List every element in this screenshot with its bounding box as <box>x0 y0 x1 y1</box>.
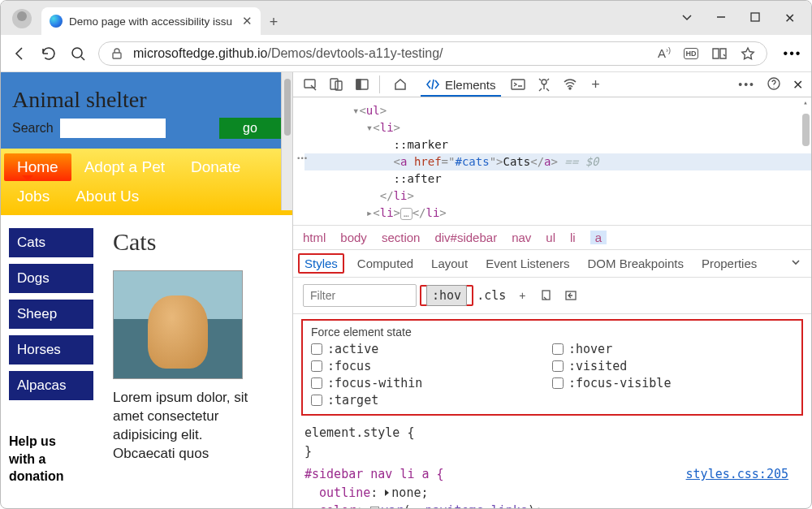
search-icon[interactable] <box>69 45 87 63</box>
sidebar-item-sheep[interactable]: Sheep <box>9 300 93 329</box>
svg-rect-4 <box>304 80 315 88</box>
article-body: Lorem ipsum dolor, sit amet consectetur … <box>113 389 251 464</box>
devtools-close-icon[interactable]: ✕ <box>793 77 803 93</box>
svg-point-11 <box>569 88 571 89</box>
nav-jobs[interactable]: Jobs <box>4 183 63 210</box>
styles-rules[interactable]: element.style { } #sidebar nav li a {sty… <box>293 421 811 509</box>
favorite-icon[interactable] <box>741 46 755 61</box>
tabs-dropdown-icon[interactable] <box>670 11 704 26</box>
state-target[interactable]: :target <box>311 393 552 408</box>
sidebar-item-cats[interactable]: Cats <box>9 228 93 257</box>
state-visited[interactable]: :visited <box>552 359 793 373</box>
reading-list-icon[interactable] <box>711 47 728 60</box>
back-icon[interactable] <box>11 45 28 63</box>
tab-properties[interactable]: Properties <box>702 257 757 270</box>
main-nav: Home Adopt a Pet Donate Jobs About Us <box>1 149 292 215</box>
cat-image <box>113 270 243 379</box>
devtools-tabbar: Elements + ••• ✕ <box>293 72 811 97</box>
donation-callout: Help uswith adonation <box>9 433 93 485</box>
chevron-down-icon[interactable] <box>790 257 801 270</box>
device-icon[interactable] <box>327 75 345 93</box>
[interactable]: + <box>514 287 530 304</box>
article-heading: Cats <box>113 228 251 256</box>
page-scrollbar[interactable] <box>281 72 292 210</box>
window-close[interactable]: ✕ <box>772 11 806 26</box>
nav-home[interactable]: Home <box>4 153 71 181</box>
sidebar-item-horses[interactable]: Horses <box>9 335 93 364</box>
go-button[interactable]: go <box>219 118 281 139</box>
reader-icon[interactable]: A›) <box>658 46 671 60</box>
svg-rect-1 <box>751 13 759 21</box>
styles-filter-input[interactable] <box>303 284 417 307</box>
new-tab-button[interactable]: + <box>261 9 287 35</box>
force-state-panel: Force element state :active :hover :focu… <box>301 319 803 416</box>
menu-icon[interactable]: ••• <box>784 45 801 63</box>
close-tab-icon[interactable]: ✕ <box>242 14 253 28</box>
sidebar-item-dogs[interactable]: Dogs <box>9 264 93 293</box>
tab-network[interactable] <box>561 75 579 93</box>
svg-rect-3 <box>113 53 121 58</box>
search-input[interactable] <box>60 119 166 138</box>
profile-avatar[interactable] <box>12 9 32 28</box>
toolbar: microsoftedge.github.io/Demos/devtools-a… <box>1 35 811 72</box>
svg-rect-5 <box>330 79 338 89</box>
tab-title: Demo page with accessibility issu <box>69 15 232 28</box>
hd-icon[interactable]: HD <box>684 48 698 59</box>
state-focus[interactable]: :focus <box>311 359 552 373</box>
nav-about[interactable]: About Us <box>63 183 152 210</box>
lock-icon <box>110 47 123 60</box>
tab-event-listeners[interactable]: Event Listeners <box>486 257 569 270</box>
tab-sources[interactable] <box>535 75 553 93</box>
tab-layout[interactable]: Layout <box>431 257 468 270</box>
state-focus-within[interactable]: :focus-within <box>311 376 552 390</box>
sidebar-item-alpacas[interactable]: Alpacas <box>9 371 93 400</box>
svg-rect-13 <box>542 291 550 300</box>
tab-elements[interactable]: Elements <box>421 72 501 97</box>
search-label: Search <box>12 121 54 136</box>
copy-styles-icon[interactable] <box>538 287 555 304</box>
state-active[interactable]: :active <box>311 342 552 356</box>
page-header: Animal shelter Search go <box>1 72 292 149</box>
nav-adopt[interactable]: Adopt a Pet <box>71 153 178 181</box>
inspect-icon[interactable] <box>301 75 319 93</box>
page-content-pane: Animal shelter Search go Home Adopt a Pe… <box>1 72 293 509</box>
browser-tab[interactable]: Demo page with accessibility issu ✕ <box>41 7 261 35</box>
titlebar: Demo page with accessibility issu ✕ + ✕ <box>1 1 811 35</box>
sidebar: Cats Dogs Sheep Horses Alpacas Help uswi… <box>9 228 93 485</box>
help-icon[interactable] <box>767 76 781 93</box>
tab-console[interactable] <box>509 75 527 93</box>
computed-toggle-icon[interactable] <box>563 287 579 304</box>
dock-icon[interactable] <box>353 75 371 93</box>
cls-button[interactable]: .cls <box>477 288 506 303</box>
hov-button[interactable]: :hov <box>426 285 467 306</box>
force-state-title: Force element state <box>311 326 793 339</box>
devtools-pane: Elements + ••• ✕ ▴ ▾<ul> ▾<li> ::marker … <box>293 72 811 509</box>
state-hover[interactable]: :hover <box>552 342 793 356</box>
svg-point-10 <box>542 80 546 84</box>
nav-donate[interactable]: Donate <box>178 153 253 181</box>
refresh-icon[interactable] <box>40 45 58 63</box>
window-maximize[interactable] <box>738 11 772 25</box>
dom-tree[interactable]: ▴ ▾<ul> ▾<li> ::marker <a href="#cats">C… <box>293 97 811 225</box>
tab-welcome[interactable] <box>388 72 412 97</box>
tab-computed[interactable]: Computed <box>357 257 413 270</box>
svg-point-2 <box>72 48 82 58</box>
breadcrumb[interactable]: htmlbodysectiondiv#sidebarnavullia <box>293 225 811 250</box>
more-tabs-icon[interactable]: + <box>587 75 605 93</box>
devtools-more-icon[interactable]: ••• <box>738 78 755 91</box>
tab-styles[interactable]: Styles <box>303 257 339 270</box>
svg-rect-8 <box>356 80 361 89</box>
url-text: microsoftedge.github.io/Demos/devtools-a… <box>133 46 443 61</box>
edge-favicon <box>50 15 63 28</box>
styles-filter-row: :hov .cls + <box>293 278 811 314</box>
state-focus-visible[interactable]: :focus-visible <box>552 376 793 390</box>
styles-tabbar: Styles Computed Layout Event Listeners D… <box>293 250 811 278</box>
window-minimize[interactable] <box>704 11 738 25</box>
address-bar[interactable]: microsoftedge.github.io/Demos/devtools-a… <box>98 41 767 66</box>
svg-rect-9 <box>512 80 525 89</box>
tab-dom-breakpoints[interactable]: DOM Breakpoints <box>588 257 684 270</box>
source-link[interactable]: styles.css:205 <box>686 465 788 484</box>
page-title: Animal shelter <box>12 87 281 113</box>
